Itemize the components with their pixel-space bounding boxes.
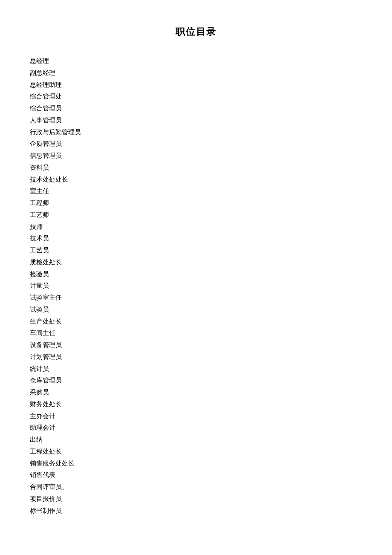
list-item: 销售服务处处长 bbox=[30, 458, 362, 470]
page-title: 职位目录 bbox=[30, 26, 362, 38]
list-item: 综合管理员 bbox=[30, 103, 362, 115]
list-item: 检验员 bbox=[30, 269, 362, 280]
list-item: 工艺员 bbox=[30, 245, 362, 257]
list-item: 助理会计 bbox=[30, 422, 362, 434]
page-container: 职位目录 总经理副总经理总经理助理综合管理处综合管理员人事管理员行政与后勤管理员… bbox=[0, 0, 392, 555]
list-item: 设备管理员 bbox=[30, 339, 362, 351]
position-list: 总经理副总经理总经理助理综合管理处综合管理员人事管理员行政与后勤管理员企质管理员… bbox=[30, 55, 362, 517]
list-item: 综合管理处 bbox=[30, 91, 362, 103]
list-item: 项目报价员 bbox=[30, 493, 362, 505]
list-item: 总经理 bbox=[30, 55, 362, 67]
list-item: 出纳 bbox=[30, 434, 362, 446]
list-item: 采购员 bbox=[30, 387, 362, 399]
list-item: 技师 bbox=[30, 221, 362, 233]
list-item: 工艺师 bbox=[30, 209, 362, 221]
list-item: 车间主任 bbox=[30, 327, 362, 339]
list-item: 合同评审员、 bbox=[30, 481, 362, 493]
list-item: 信息管理员 bbox=[30, 150, 362, 162]
list-item: 行政与后勤管理员 bbox=[30, 127, 362, 139]
list-item: 试验室主任 bbox=[30, 292, 362, 304]
list-item: 生产处处长 bbox=[30, 316, 362, 328]
list-item: 室主任 bbox=[30, 185, 362, 197]
list-item: 计划管理员 bbox=[30, 351, 362, 363]
list-item: 销售代表 bbox=[30, 469, 362, 481]
list-item: 仓库管理员 bbox=[30, 375, 362, 387]
list-item: 标书制作员 bbox=[30, 505, 362, 517]
list-item: 工程处处长 bbox=[30, 446, 362, 458]
list-item: 副总经理 bbox=[30, 67, 362, 79]
list-item: 计量员 bbox=[30, 280, 362, 292]
list-item: 资料员 bbox=[30, 162, 362, 174]
list-item: 人事管理员 bbox=[30, 115, 362, 127]
list-item: 财务处处长 bbox=[30, 399, 362, 410]
list-item: 技术员 bbox=[30, 233, 362, 245]
list-item: 企质管理员 bbox=[30, 138, 362, 150]
list-item: 工程师 bbox=[30, 197, 362, 209]
list-item: 试验员 bbox=[30, 304, 362, 316]
list-item: 主办会计 bbox=[30, 410, 362, 422]
list-item: 质检处处长 bbox=[30, 257, 362, 269]
list-item: 统计员 bbox=[30, 363, 362, 375]
list-item: 技术处处处长 bbox=[30, 174, 362, 186]
list-item: 总经理助理 bbox=[30, 79, 362, 91]
